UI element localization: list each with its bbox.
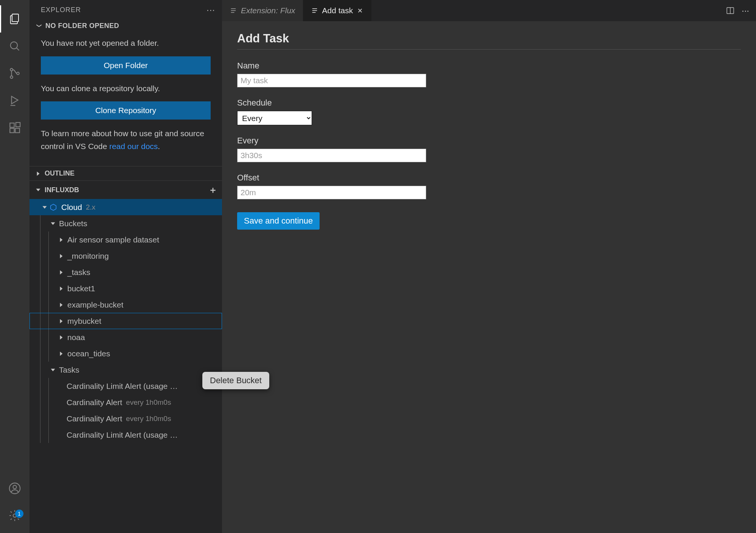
chevron-right-icon	[57, 318, 66, 325]
activity-bar: 1	[0, 0, 29, 533]
page-title: Add Task	[237, 32, 741, 50]
accounts-icon[interactable]	[0, 475, 29, 502]
every-input[interactable]	[237, 149, 426, 162]
svg-rect-9	[15, 128, 19, 132]
svg-marker-14	[51, 204, 56, 211]
tasks-row[interactable]: Tasks	[29, 362, 222, 378]
bucket-item[interactable]: bucket1	[29, 280, 222, 297]
chevron-right-icon	[57, 269, 66, 276]
bucket-item[interactable]: Air sensor sample dataset	[29, 232, 222, 248]
svg-point-5	[17, 72, 19, 75]
no-folder-message: You have not yet opened a folder.	[41, 37, 211, 50]
editor-area: Extension: Flux Add task ··· Add Task Na…	[222, 0, 756, 533]
open-folder-button[interactable]: Open Folder	[41, 56, 211, 75]
chevron-down-icon	[48, 367, 57, 373]
chevron-right-icon	[57, 236, 66, 243]
svg-marker-6	[12, 96, 18, 104]
explorer-more-icon[interactable]: ···	[206, 5, 215, 15]
svg-line-2	[17, 48, 19, 51]
outline-section[interactable]: OUTLINE	[29, 166, 222, 180]
search-icon[interactable]	[0, 33, 29, 60]
bucket-item[interactable]: noaa	[29, 329, 222, 345]
buckets-row[interactable]: Buckets	[29, 215, 222, 232]
offset-label: Offset	[237, 173, 741, 183]
clone-message: You can clone a repository locally.	[41, 82, 211, 95]
source-control-icon[interactable]	[0, 60, 29, 87]
chevron-down-icon	[48, 220, 57, 227]
settings-gear-icon[interactable]: 1	[0, 502, 29, 529]
task-item[interactable]: Cardinality Limit Alert (usage …	[29, 427, 222, 443]
tab-extension-flux[interactable]: Extension: Flux	[222, 0, 303, 21]
chevron-right-icon	[57, 350, 66, 357]
svg-point-3	[10, 68, 13, 71]
git-help-text: To learn more about how to use git and s…	[41, 127, 211, 152]
tab-bar: Extension: Flux Add task ···	[222, 0, 756, 21]
explorer-title: EXPLORER	[41, 6, 81, 14]
svg-rect-7	[10, 123, 14, 127]
chevron-right-icon	[57, 253, 66, 260]
explorer-icon[interactable]	[0, 5, 29, 33]
name-input[interactable]	[237, 74, 426, 87]
list-icon	[230, 7, 237, 14]
no-folder-heading[interactable]: NO FOLDER OPENED	[29, 20, 222, 32]
bucket-item[interactable]: _tasks	[29, 264, 222, 280]
every-label: Every	[237, 136, 741, 146]
chevron-right-icon	[57, 285, 66, 292]
context-menu[interactable]: Delete Bucket	[202, 372, 269, 389]
influxdb-tree: Cloud 2.x Buckets Air sensor sample data…	[29, 199, 222, 533]
svg-rect-0	[12, 14, 19, 22]
chevron-right-icon	[57, 301, 66, 308]
chevron-down-icon	[40, 204, 49, 211]
bucket-item-mybucket[interactable]: mybucket	[29, 313, 222, 329]
task-item[interactable]: Cardinality Limit Alert (usage …	[29, 378, 222, 394]
influxdb-section[interactable]: INFLUXDB ＋	[29, 180, 222, 199]
bucket-item[interactable]: example-bucket	[29, 297, 222, 313]
name-label: Name	[237, 61, 741, 71]
close-icon[interactable]	[357, 7, 363, 14]
extensions-icon[interactable]	[0, 114, 29, 141]
task-item[interactable]: Cardinality Alert every 1h0m0s	[29, 410, 222, 427]
save-and-continue-button[interactable]: Save and continue	[237, 212, 320, 230]
svg-point-12	[13, 485, 16, 489]
read-docs-link[interactable]: read our docs	[109, 142, 158, 151]
delete-bucket-menu-item[interactable]: Delete Bucket	[210, 376, 262, 385]
explorer-sidebar: EXPLORER ··· NO FOLDER OPENED You have n…	[29, 0, 222, 533]
settings-badge: 1	[15, 510, 23, 518]
offset-input[interactable]	[237, 186, 426, 199]
svg-rect-8	[10, 128, 14, 132]
hexagon-icon	[49, 203, 57, 211]
bucket-item[interactable]: _monitoring	[29, 248, 222, 264]
list-icon	[311, 7, 318, 14]
split-editor-icon[interactable]	[726, 6, 735, 15]
run-debug-icon[interactable]	[0, 87, 29, 114]
influxdb-add-icon[interactable]: ＋	[208, 184, 217, 196]
svg-point-1	[11, 42, 17, 49]
cloud-connection-row[interactable]: Cloud 2.x	[29, 199, 222, 215]
bucket-item[interactable]: ocean_tides	[29, 345, 222, 362]
schedule-label: Schedule	[237, 98, 741, 108]
task-item[interactable]: Cardinality Alert every 1h0m0s	[29, 394, 222, 410]
editor-more-icon[interactable]: ···	[742, 5, 749, 16]
svg-point-4	[10, 76, 13, 79]
clone-repo-button[interactable]: Clone Repository	[41, 101, 211, 120]
chevron-right-icon	[57, 334, 66, 341]
tab-add-task[interactable]: Add task	[303, 0, 372, 21]
svg-rect-10	[16, 123, 20, 127]
schedule-select[interactable]: Every	[237, 111, 312, 125]
